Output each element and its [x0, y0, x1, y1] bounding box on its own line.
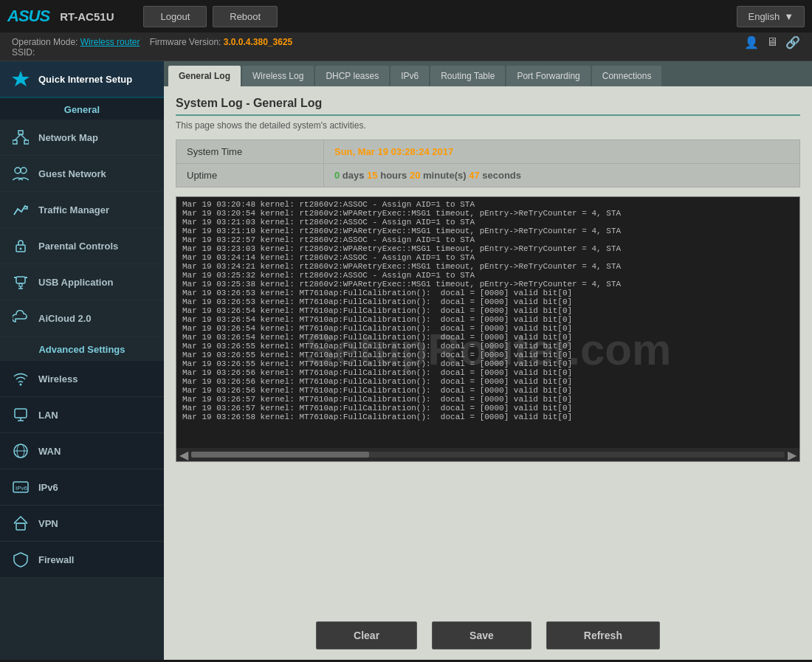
sidebar-label-traffic-manager: Traffic Manager: [38, 204, 109, 216]
svg-point-16: [20, 384, 22, 386]
guest-network-icon: [10, 163, 31, 184]
tab-ipv6[interactable]: IPv6: [390, 66, 429, 86]
log-box[interactable]: Mar 19 03:20:48 kernel: rt2860v2:ASSOC -…: [176, 197, 799, 448]
tab-connections[interactable]: Connections: [592, 66, 662, 86]
sidebar-item-traffic-manager[interactable]: Traffic Manager: [0, 192, 164, 228]
sidebar-label-wireless: Wireless: [38, 373, 78, 385]
share-icon[interactable]: 🔗: [785, 35, 800, 49]
lan-icon: [10, 404, 31, 425]
aicloud-icon: [10, 308, 31, 328]
sidebar-label-lan: LAN: [38, 410, 58, 421]
system-time-label: System Time: [176, 140, 324, 164]
tab-port-forwarding[interactable]: Port Forwarding: [506, 66, 590, 86]
sidebar-section-advanced: Advanced Settings: [0, 337, 164, 361]
tab-general-log[interactable]: General Log: [168, 66, 241, 86]
tab-dhcp-leases[interactable]: DHCP leases: [315, 66, 389, 86]
svg-point-9: [20, 248, 22, 250]
button-row: Clear Save Refresh: [164, 611, 812, 660]
vpn-icon: [10, 513, 31, 534]
language-selector[interactable]: English ▼: [737, 6, 805, 27]
sidebar-item-vpn[interactable]: VPN: [0, 506, 164, 542]
usb-application-icon: [10, 272, 31, 292]
sidebar-label-wan: WAN: [38, 446, 61, 457]
sidebar-label-usb-application: USB Application: [38, 277, 113, 288]
svg-rect-17: [15, 409, 27, 418]
sidebar-label-firewall: Firewall: [38, 554, 74, 565]
sidebar-item-aicloud[interactable]: AiCloud 2.0: [0, 300, 164, 337]
sidebar-item-lan[interactable]: LAN: [0, 397, 164, 433]
model-name: RT-AC51U: [60, 10, 114, 23]
sidebar-item-network-map[interactable]: Network Map: [0, 120, 164, 156]
logo: ASUS RT-AC51U: [7, 7, 114, 26]
sidebar-item-usb-application[interactable]: USB Application: [0, 264, 164, 300]
parental-controls-icon: [10, 235, 31, 256]
tabs-container: General Log Wireless Log DHCP leases IPv…: [168, 66, 808, 86]
svg-rect-3: [24, 140, 29, 144]
uptime-label: Uptime: [176, 164, 324, 187]
uptime-days: 0: [334, 170, 340, 181]
top-info-bar: Operation Mode: Wireless router Firmware…: [0, 32, 812, 61]
svg-line-5: [21, 134, 27, 140]
sidebar-label-guest-network: Guest Network: [38, 168, 106, 179]
svg-rect-25: [16, 523, 25, 530]
svg-point-7: [21, 168, 27, 173]
svg-rect-1: [18, 131, 23, 134]
uptime-hours: 15: [367, 170, 377, 181]
svg-marker-0: [12, 71, 30, 86]
page-description: This page shows the detailed system's ac…: [176, 120, 800, 131]
sidebar-label-vpn: VPN: [38, 518, 58, 529]
svg-rect-11: [14, 277, 16, 278]
header-buttons: Logout Reboot: [143, 6, 278, 27]
content-area: SetupRouter.com System Log - General Log…: [164, 86, 812, 611]
operation-mode-row: Operation Mode: Wireless router Firmware…: [12, 37, 800, 47]
system-info-table: System Time Sun, Mar 19 03:28:24 2017 Up…: [176, 139, 800, 187]
svg-text:IPv6: IPv6: [16, 485, 28, 492]
network-map-icon: [10, 127, 31, 148]
tab-routing-table[interactable]: Routing Table: [430, 66, 505, 86]
scroll-right-btn[interactable]: ▶: [788, 448, 796, 462]
log-container: Mar 19 03:20:48 kernel: rt2860v2:ASSOC -…: [176, 196, 800, 462]
sidebar-label-network-map: Network Map: [38, 132, 98, 143]
refresh-button[interactable]: Refresh: [546, 621, 660, 649]
firewall-icon: [10, 549, 31, 570]
uptime-value: 0 days 15 hours 20 minute(s) 47 seconds: [324, 164, 800, 187]
sidebar-label-aicloud: AiCloud 2.0: [38, 313, 92, 324]
svg-rect-10: [16, 277, 25, 283]
ipv6-icon: IPv6: [10, 477, 31, 497]
quick-setup-icon: [10, 69, 31, 89]
firmware-version: 3.0.0.4.380_3625: [224, 37, 292, 47]
system-time-row: System Time Sun, Mar 19 03:28:24 2017: [176, 140, 800, 164]
monitor-icon[interactable]: 🖥: [766, 35, 778, 49]
tab-bar: General Log Wireless Log DHCP leases IPv…: [164, 61, 812, 86]
header: ASUS RT-AC51U Logout Reboot English ▼: [0, 0, 812, 32]
sidebar: Quick Internet Setup General Network Map…: [0, 61, 164, 660]
clear-button[interactable]: Clear: [316, 621, 417, 649]
sidebar-item-guest-network[interactable]: Guest Network: [0, 156, 164, 192]
sidebar-item-quick-internet-setup[interactable]: Quick Internet Setup: [0, 61, 164, 98]
sidebar-item-parental-controls[interactable]: Parental Controls: [0, 228, 164, 264]
svg-line-4: [15, 134, 21, 140]
user-icon[interactable]: 👤: [744, 35, 759, 49]
sidebar-label-quick-setup: Quick Internet Setup: [38, 74, 132, 85]
sidebar-section-general: General: [0, 98, 164, 120]
svg-point-6: [15, 168, 21, 173]
operation-mode-link[interactable]: Wireless router: [80, 37, 140, 47]
sidebar-item-ipv6[interactable]: IPv6 IPv6: [0, 469, 164, 506]
uptime-mins: 20: [410, 170, 420, 181]
sidebar-item-wireless[interactable]: Wireless: [0, 361, 164, 397]
asus-logo: ASUS: [7, 7, 49, 26]
reboot-button[interactable]: Reboot: [213, 6, 278, 27]
wireless-icon: [10, 368, 31, 389]
tab-wireless-log[interactable]: Wireless Log: [242, 66, 314, 86]
save-button[interactable]: Save: [432, 621, 531, 649]
svg-rect-2: [13, 140, 17, 144]
sidebar-item-wan[interactable]: WAN: [0, 433, 164, 469]
main-content: General Log Wireless Log DHCP leases IPv…: [164, 61, 812, 660]
svg-rect-12: [25, 277, 27, 278]
sidebar-item-firewall[interactable]: Firewall: [0, 542, 164, 578]
uptime-secs: 47: [469, 170, 479, 181]
scroll-left-btn[interactable]: ◀: [179, 448, 188, 462]
wan-icon: [10, 441, 31, 461]
logout-button[interactable]: Logout: [143, 6, 207, 27]
traffic-manager-icon: [10, 199, 31, 220]
